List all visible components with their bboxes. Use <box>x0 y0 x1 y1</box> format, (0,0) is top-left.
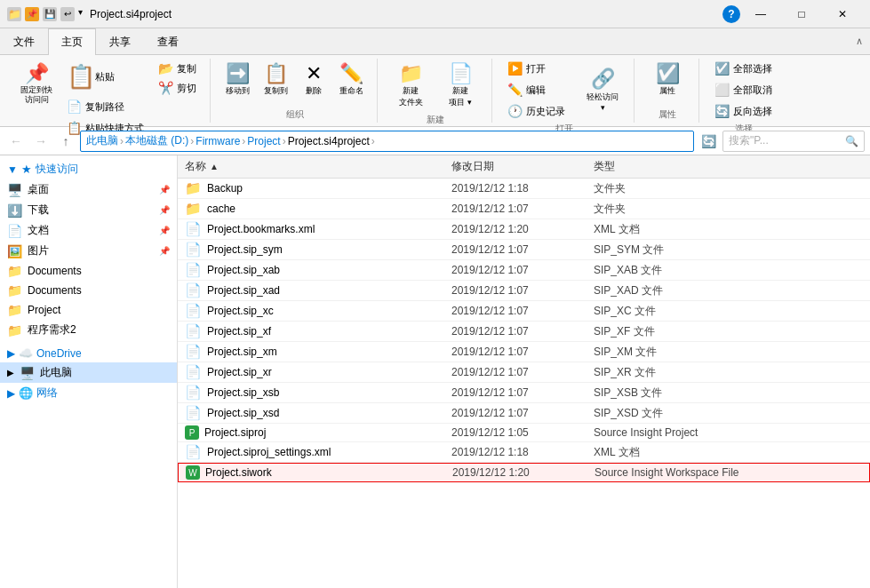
breadcrumb-pc[interactable]: 此电脑 <box>86 133 118 148</box>
table-row[interactable]: P Project.siproj 2019/12/12 1:05 Source … <box>178 424 870 442</box>
table-row[interactable]: 📁 Backup 2019/12/12 1:18 文件夹 <box>178 179 870 199</box>
table-row[interactable]: 📄 Project.sip_xc 2019/12/12 1:07 SIP_XC … <box>178 301 870 322</box>
table-row[interactable]: 📄 Project.sip_xf 2019/12/12 1:07 SIP_XF … <box>178 322 870 342</box>
quick-access-label: 快速访问 <box>36 162 78 177</box>
breadcrumb-project[interactable]: Project <box>247 135 280 147</box>
table-row[interactable]: 📄 Project.sip_xr 2019/12/12 1:07 SIP_XR … <box>178 362 870 383</box>
invert-selection-button[interactable]: 🔄 反向选择 <box>708 101 778 121</box>
sidebar-item-requirements[interactable]: 📁 程序需求2 <box>0 320 177 340</box>
folder-icon: 📁 <box>185 201 202 217</box>
col-name-header[interactable]: 名称 ▲ <box>185 159 451 174</box>
file-type: SIP_XF 文件 <box>594 324 863 339</box>
undo-icon: ↩ <box>60 7 75 21</box>
select-all-label: 全部选择 <box>733 62 772 75</box>
sidebar-item-documents[interactable]: 📄 文档 📌 <box>0 220 177 241</box>
properties-button[interactable]: ☑️ 属性 <box>643 59 691 100</box>
new-folder-button[interactable]: 📁 新建文件夹 <box>387 59 435 112</box>
tab-file[interactable]: 文件 <box>0 28 48 55</box>
help-button[interactable]: ? <box>722 5 740 23</box>
copy-path-button[interactable]: 📄 复制路径 <box>60 97 150 116</box>
edit-icon: ✏️ <box>507 83 523 97</box>
file-date: 2019/12/12 1:07 <box>451 305 594 317</box>
file-name-text: Project.siproj_settings.xml <box>207 446 331 458</box>
quick-access-header[interactable]: ▼ ★ 快速访问 <box>0 159 177 179</box>
tab-view[interactable]: 查看 <box>144 28 192 55</box>
paste-button[interactable]: 📋 粘贴 <box>60 59 150 95</box>
delete-label: 删除 <box>306 85 322 97</box>
move-to-button[interactable]: ➡️ 移动到 <box>219 59 256 100</box>
file-icon: 📄 <box>185 385 202 401</box>
sidebar-item-docs1[interactable]: 📁 Documents <box>0 261 177 281</box>
sidebar-item-docs2[interactable]: 📁 Documents <box>0 281 177 300</box>
onedrive-header[interactable]: ▶ ☁️ OneDrive <box>0 344 177 362</box>
table-row[interactable]: 📄 Project.sip_xad 2019/12/12 1:07 SIP_XA… <box>178 281 870 301</box>
table-row[interactable]: W Project.siwork 2019/12/12 1:20 Source … <box>178 463 870 482</box>
properties-label: 属性 <box>658 108 676 123</box>
tab-share[interactable]: 共享 <box>96 28 144 55</box>
delete-icon: ✕ <box>306 62 322 85</box>
quick-access-arrow[interactable]: ▾ <box>78 7 83 21</box>
history-button[interactable]: 🕐 历史记录 <box>501 101 571 121</box>
paste-label: 粘贴 <box>95 70 115 83</box>
copy-to-button[interactable]: 📋 复制到 <box>258 59 294 100</box>
rename-button[interactable]: ✏️ 重命名 <box>333 59 370 100</box>
new-item-button[interactable]: 📄 新建项目 ▾ <box>436 59 484 112</box>
table-row[interactable]: 📄 Project.sip_xab 2019/12/12 1:07 SIP_XA… <box>178 260 870 281</box>
breadcrumb-disk[interactable]: 本地磁盘 (D:) <box>125 133 188 148</box>
file-name-text: cache <box>207 203 235 215</box>
file-name-text: Project.sip_xm <box>207 346 277 358</box>
sidebar-item-downloads[interactable]: ⬇️ 下载 📌 <box>0 200 177 220</box>
edit-button[interactable]: ✏️ 编辑 <box>501 80 571 99</box>
sidebar-item-desktop[interactable]: 🖥️ 桌面 📌 <box>0 179 177 200</box>
network-header[interactable]: ▶ 🌐 网络 <box>0 383 177 403</box>
breadcrumb[interactable]: 此电脑 › 本地磁盘 (D:) › Firmware › Project › P… <box>80 131 694 152</box>
copy-button[interactable]: 📂 复制 <box>152 59 203 78</box>
deselect-all-button[interactable]: ⬜ 全部取消 <box>708 80 778 99</box>
table-row[interactable]: 📁 cache 2019/12/12 1:07 文件夹 <box>178 199 870 219</box>
select-all-icon: ☑️ <box>714 61 730 75</box>
open-icon: ▶️ <box>507 61 523 75</box>
file-header: 名称 ▲ 修改日期 类型 <box>178 155 870 179</box>
move-label: 移动到 <box>226 85 250 97</box>
up-button[interactable]: ↑ <box>55 131 76 152</box>
tab-home[interactable]: 主页 <box>48 28 96 55</box>
pictures-icon: 🖼️ <box>7 244 22 258</box>
close-button[interactable]: ✕ <box>822 0 863 28</box>
table-row[interactable]: 📄 Project.sip_sym 2019/12/12 1:07 SIP_SY… <box>178 240 870 260</box>
file-date: 2019/12/12 1:07 <box>451 284 594 297</box>
refresh-button[interactable]: 🔄 <box>698 131 719 152</box>
breadcrumb-firmware[interactable]: Firmware <box>196 135 240 147</box>
sidebar-item-pictures[interactable]: 🖼️ 图片 📌 <box>0 241 177 261</box>
sidebar-item-project[interactable]: 📁 Project <box>0 300 177 320</box>
table-row[interactable]: 📄 Project.siproj_settings.xml 2019/12/12… <box>178 442 870 463</box>
open-button[interactable]: ▶️ 打开 <box>501 59 571 78</box>
maximize-button[interactable]: □ <box>781 0 822 28</box>
minimize-button[interactable]: — <box>740 0 781 28</box>
sep4: › <box>283 135 286 147</box>
select-all-button[interactable]: ☑️ 全部选择 <box>708 59 778 78</box>
file-name: 📁 Backup <box>185 180 451 196</box>
sidebar-item-thispc[interactable]: ▶ 🖥️ 此电脑 <box>0 362 177 383</box>
table-row[interactable]: 📄 Project.sip_xsb 2019/12/12 1:07 SIP_XS… <box>178 383 870 403</box>
file-date: 2019/12/12 1:07 <box>451 203 594 215</box>
ribbon: 文件 主页 共享 查看 ∧ 📌 固定到快访问问 📋 粘贴 📄 <box>0 28 870 127</box>
properties-group: ☑️ 属性 属性 <box>636 59 699 123</box>
pin-to-quick-access-button[interactable]: 📌 固定到快访问问 <box>14 59 59 108</box>
ribbon-collapse[interactable]: ∧ <box>856 28 870 54</box>
easy-access-button[interactable]: 🔗 轻松访问 ▾ <box>579 64 627 115</box>
forward-button[interactable]: → <box>30 131 52 152</box>
title-bar: 📁 📌 💾 ↩ ▾ Project.si4project ? — □ ✕ <box>0 0 870 28</box>
delete-button[interactable]: ✕ 删除 <box>296 59 331 100</box>
table-row[interactable]: 📄 Project.sip_xm 2019/12/12 1:07 SIP_XM … <box>178 342 870 362</box>
search-bar[interactable]: 搜索"P... 🔍 <box>722 131 865 152</box>
cut-button[interactable]: ✂️ 剪切 <box>152 78 203 98</box>
table-row[interactable]: 📄 Project.bookmarks.xml 2019/12/12 1:20 … <box>178 219 870 240</box>
col-date-header[interactable]: 修改日期 <box>451 159 594 174</box>
back-button[interactable]: ← <box>5 131 27 152</box>
table-row[interactable]: 📄 Project.sip_xsd 2019/12/12 1:07 SIP_XS… <box>178 403 870 424</box>
docs1-icon: 📁 <box>7 264 22 278</box>
file-name-text: Project.siproj <box>204 426 266 439</box>
file-type: SIP_XM 文件 <box>594 345 863 360</box>
pin-label: 固定到快访问问 <box>20 85 52 105</box>
col-type-header[interactable]: 类型 <box>594 159 863 174</box>
